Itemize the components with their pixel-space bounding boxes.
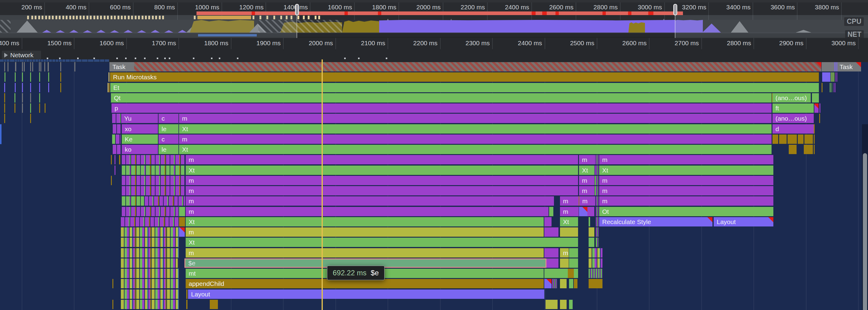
flame-bar[interactable]: [832, 83, 832, 92]
flame-sliver[interactable]: [22, 62, 23, 72]
flame-bar[interactable]: Yu: [121, 114, 158, 123]
window-resize-handle-right[interactable]: [673, 4, 677, 16]
flame-bar[interactable]: [837, 62, 837, 72]
flame-sliver[interactable]: [4, 83, 5, 92]
flame-bar[interactable]: [830, 83, 831, 92]
flame-sliver[interactable]: [74, 62, 75, 72]
flame-bar[interactable]: [787, 135, 797, 144]
flame-bar[interactable]: m: [599, 176, 773, 185]
flame-sliver[interactable]: [14, 93, 16, 103]
flame-sliver[interactable]: [30, 114, 31, 123]
flame-bar[interactable]: Xt: [186, 166, 578, 175]
flame-bar[interactable]: [819, 114, 820, 123]
flame-bar[interactable]: [544, 227, 558, 237]
flame-sliver[interactable]: [60, 62, 61, 72]
flame-bar[interactable]: [595, 166, 595, 175]
flame-bar[interactable]: [544, 217, 552, 226]
flame-bar[interactable]: [579, 207, 587, 216]
flame-sliver[interactable]: [48, 83, 49, 92]
flame-bar[interactable]: Run Microtasks: [110, 73, 819, 82]
flame-bar[interactable]: [789, 145, 797, 154]
flame-bar[interactable]: m: [560, 207, 579, 216]
flame-bar[interactable]: [544, 269, 568, 278]
flame-bar[interactable]: Layout: [188, 289, 544, 299]
flame-bar[interactable]: [589, 258, 602, 268]
flame-chart[interactable]: TaskTaskRun MicrotasksEtQt(ano…ous)pftYu…: [0, 62, 868, 310]
flame-bar[interactable]: [113, 300, 113, 309]
flame-bar[interactable]: [122, 196, 144, 206]
flame-bar[interactable]: [210, 300, 218, 309]
flame-bar[interactable]: [589, 279, 602, 288]
flame-bar[interactable]: [113, 279, 113, 288]
flame-bar[interactable]: [589, 269, 602, 278]
flame-bar[interactable]: [115, 155, 116, 164]
flame-sliver[interactable]: [15, 83, 16, 92]
flame-sliver[interactable]: [15, 73, 16, 82]
flame-bar[interactable]: m: [179, 114, 772, 123]
flame-bar[interactable]: [834, 83, 834, 92]
flame-sliver[interactable]: [40, 62, 41, 72]
flame-bar[interactable]: le: [158, 124, 179, 134]
flame-bar[interactable]: le: [158, 145, 179, 154]
flame-bar[interactable]: [112, 114, 121, 123]
flame-bar[interactable]: [835, 73, 836, 82]
flame-bar[interactable]: [552, 279, 557, 288]
flame-bar[interactable]: [560, 279, 567, 288]
flame-bar[interactable]: [122, 155, 185, 164]
flame-bar[interactable]: Layout: [714, 217, 773, 226]
flame-bar[interactable]: [113, 124, 121, 134]
flame-bar[interactable]: Qt: [111, 93, 772, 103]
flame-bar[interactable]: [804, 135, 813, 144]
flame-bar[interactable]: [569, 248, 578, 257]
flame-bar[interactable]: m: [579, 196, 595, 206]
flame-sliver[interactable]: [30, 62, 31, 72]
flame-bar[interactable]: m: [186, 196, 554, 206]
flame-bar[interactable]: [111, 176, 112, 185]
flame-bar[interactable]: [145, 196, 185, 206]
flame-bar[interactable]: [179, 207, 185, 216]
flame-bar[interactable]: [121, 227, 179, 237]
flame-sliver[interactable]: [39, 62, 40, 72]
flame-bar[interactable]: [109, 83, 110, 92]
flame-sliver[interactable]: [30, 93, 31, 103]
flame-bar[interactable]: [812, 93, 819, 103]
flame-bar[interactable]: m: [179, 135, 772, 144]
timeline-overview[interactable]: 200 ms400 ms600 ms800 ms1000 ms1200 ms14…: [0, 0, 868, 38]
flame-bar[interactable]: [121, 269, 179, 278]
flame-bar[interactable]: c: [158, 135, 179, 144]
flame-sliver[interactable]: [39, 104, 40, 113]
flame-bar[interactable]: xo: [122, 124, 158, 134]
flame-bar[interactable]: [596, 217, 598, 226]
flame-bar[interactable]: [589, 227, 594, 237]
flame-sliver[interactable]: [32, 62, 33, 72]
flame-bar[interactable]: Xt: [186, 217, 544, 226]
flame-bar[interactable]: [560, 300, 567, 309]
flame-bar[interactable]: [560, 227, 578, 237]
flame-sliver[interactable]: [48, 73, 49, 82]
flame-bar[interactable]: m: [186, 227, 544, 237]
flame-bar[interactable]: Task: [822, 62, 861, 72]
flame-sliver[interactable]: [22, 104, 23, 113]
flame-bar[interactable]: ko: [122, 145, 158, 154]
flame-bar[interactable]: Xt: [579, 166, 594, 175]
flame-bar[interactable]: [115, 166, 116, 175]
flame-sliver[interactable]: [30, 104, 31, 113]
flame-bar[interactable]: (ano…ous): [772, 114, 814, 123]
flame-bar[interactable]: [122, 186, 185, 195]
flame-bar[interactable]: m: [599, 155, 773, 164]
flame-bar[interactable]: m: [579, 176, 594, 185]
flame-bar[interactable]: p: [112, 104, 772, 113]
flame-bar[interactable]: [822, 83, 823, 92]
flame-bar[interactable]: [814, 135, 815, 144]
flame-bar[interactable]: [822, 73, 830, 82]
flame-bar[interactable]: [134, 62, 821, 72]
flame-bar[interactable]: [596, 186, 598, 195]
flame-bar[interactable]: [819, 104, 820, 113]
network-section-header[interactable]: Network: [2, 51, 41, 60]
flame-sliver[interactable]: [4, 62, 5, 72]
flame-bar[interactable]: [116, 135, 121, 144]
flame-bar[interactable]: Ke: [122, 135, 158, 144]
flame-bar[interactable]: m: [186, 176, 578, 185]
flame-sliver[interactable]: [39, 73, 40, 82]
flame-bar[interactable]: [595, 155, 598, 164]
